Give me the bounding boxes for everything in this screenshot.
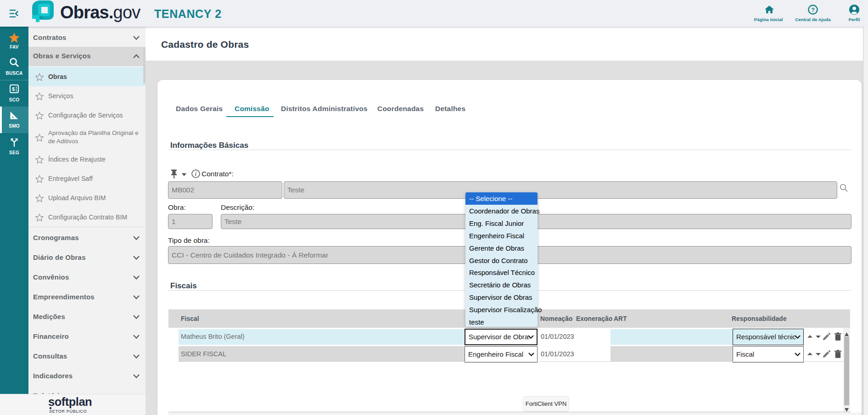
svg-text:$: $ [12, 86, 15, 92]
svg-text:i: i [195, 171, 197, 177]
svg-text:?: ? [811, 7, 815, 13]
